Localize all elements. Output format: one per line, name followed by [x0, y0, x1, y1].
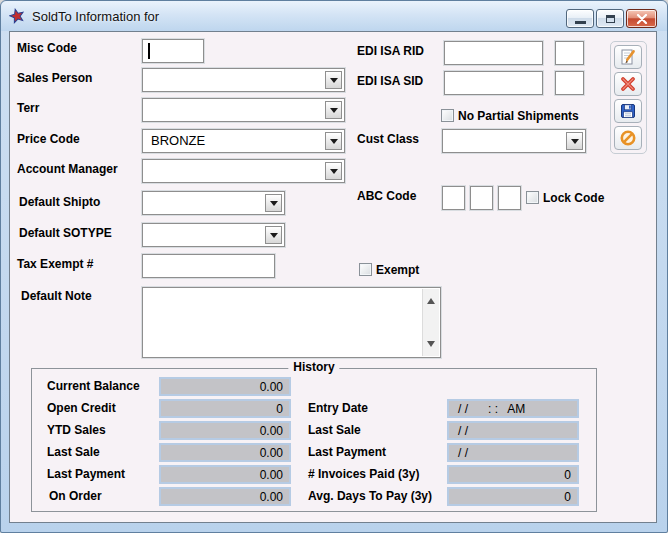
entry-date-label: Entry Date [308, 401, 368, 415]
chevron-down-icon [270, 233, 278, 242]
edi-isa-rid-aux-input[interactable] [555, 41, 584, 65]
misc-code-label: Misc Code [17, 41, 77, 55]
text-caret [148, 43, 150, 59]
maximize-icon [606, 15, 615, 23]
dialog-window: SoldTo Information for Misc Code Sales P… [0, 0, 668, 533]
chevron-down-icon [330, 139, 338, 148]
abc-code-input-1[interactable] [442, 186, 465, 210]
edi-isa-rid-label: EDI ISA RID [357, 44, 424, 58]
app-star-icon [9, 8, 25, 24]
current-balance-label: Current Balance [47, 379, 140, 393]
dropdown-button[interactable] [325, 101, 342, 119]
ytd-sales-field: 0.00 [159, 421, 291, 440]
entry-date-field: / / : : AM [447, 399, 579, 418]
on-order-field: 0.00 [159, 487, 291, 506]
maximize-button[interactable] [596, 9, 624, 28]
edi-isa-sid-label: EDI ISA SID [357, 74, 423, 88]
toolbar-button-group [610, 41, 647, 154]
last-payment-date-field: / / [447, 443, 579, 462]
edit-button[interactable] [614, 45, 642, 69]
last-sale-amount-field: 0.00 [159, 443, 291, 462]
dropdown-button[interactable] [325, 132, 342, 150]
chevron-down-icon [571, 139, 579, 148]
last-sale-amount-label: Last Sale [47, 445, 100, 459]
default-sotype-label: Default SOTYPE [19, 226, 112, 240]
avg-days-to-pay-field: 0 [447, 487, 579, 506]
dropdown-button[interactable] [566, 132, 583, 150]
default-shipto-dropdown[interactable] [142, 191, 285, 215]
cancel-button[interactable] [614, 126, 642, 150]
history-title: History [288, 360, 339, 374]
close-icon [636, 14, 648, 24]
last-payment-amount-field: 0.00 [159, 465, 291, 484]
avg-days-to-pay-label: Avg. Days To Pay (3y) [308, 489, 432, 503]
dropdown-button[interactable] [265, 194, 282, 212]
edi-isa-sid-input[interactable] [444, 71, 543, 95]
sales-person-dropdown[interactable] [142, 68, 345, 92]
price-code-dropdown[interactable]: BRONZE [142, 129, 345, 153]
account-manager-label: Account Manager [17, 162, 118, 176]
dropdown-button[interactable] [265, 226, 282, 244]
default-note-label: Default Note [21, 289, 92, 303]
dropdown-button[interactable] [325, 162, 342, 180]
delete-button[interactable] [614, 72, 642, 96]
account-manager-dropdown[interactable] [142, 159, 345, 183]
scroll-down-icon[interactable] [427, 341, 435, 351]
window-controls [566, 9, 657, 28]
textarea-scrollbar[interactable] [422, 289, 439, 356]
misc-code-input[interactable] [142, 39, 204, 63]
minimize-icon [575, 21, 586, 24]
scroll-up-icon[interactable] [427, 294, 435, 304]
chevron-down-icon [330, 108, 338, 117]
terr-dropdown[interactable] [142, 98, 345, 122]
chevron-down-icon [330, 78, 338, 87]
tax-exempt-input[interactable] [142, 254, 275, 278]
no-entry-icon [619, 129, 637, 147]
default-note-textarea[interactable] [142, 287, 441, 358]
edit-note-icon [619, 48, 637, 66]
open-credit-field: 0 [159, 399, 291, 418]
terr-label: Terr [17, 101, 39, 115]
red-x-icon [619, 75, 637, 93]
lock-code-label: Lock Code [543, 191, 604, 205]
sales-person-label: Sales Person [17, 71, 92, 85]
ytd-sales-label: YTD Sales [47, 423, 106, 437]
window-title: SoldTo Information for [32, 9, 159, 24]
close-button[interactable] [626, 9, 657, 28]
abc-code-input-2[interactable] [470, 186, 493, 210]
title-bar: SoldTo Information for [1, 1, 667, 31]
last-sale-date-field: / / [447, 421, 579, 440]
open-credit-label: Open Credit [47, 401, 116, 415]
edi-isa-rid-input[interactable] [444, 41, 543, 65]
tax-exempt-label: Tax Exempt # [17, 257, 93, 271]
abc-code-label: ABC Code [357, 189, 416, 203]
last-payment-date-label: Last Payment [308, 445, 386, 459]
lock-code-checkbox[interactable] [526, 191, 539, 204]
edi-isa-sid-aux-input[interactable] [555, 71, 584, 95]
floppy-disk-icon [619, 102, 637, 120]
history-groupbox: History Current Balance 0.00 Open Credit… [31, 368, 597, 512]
invoices-paid-label: # Invoices Paid (3y) [308, 467, 419, 481]
no-partial-shipments-checkbox[interactable] [441, 109, 454, 122]
price-code-value: BRONZE [151, 133, 205, 148]
exempt-label: Exempt [376, 263, 419, 277]
abc-code-input-3[interactable] [498, 186, 521, 210]
dropdown-button[interactable] [325, 71, 342, 89]
no-partial-shipments-label: No Partial Shipments [458, 109, 579, 123]
chevron-down-icon [330, 169, 338, 178]
last-payment-amount-label: Last Payment [47, 467, 125, 481]
current-balance-field: 0.00 [159, 377, 291, 396]
cust-class-label: Cust Class [357, 132, 419, 146]
save-button[interactable] [614, 99, 642, 123]
default-sotype-dropdown[interactable] [142, 223, 285, 247]
cust-class-dropdown[interactable] [442, 129, 586, 153]
exempt-checkbox[interactable] [359, 263, 372, 276]
chevron-down-icon [270, 201, 278, 210]
on-order-label: On Order [49, 489, 102, 503]
invoices-paid-field: 0 [447, 465, 579, 484]
default-shipto-label: Default Shipto [19, 195, 100, 209]
price-code-label: Price Code [17, 132, 80, 146]
last-sale-date-label: Last Sale [308, 423, 361, 437]
minimize-button[interactable] [566, 9, 594, 28]
